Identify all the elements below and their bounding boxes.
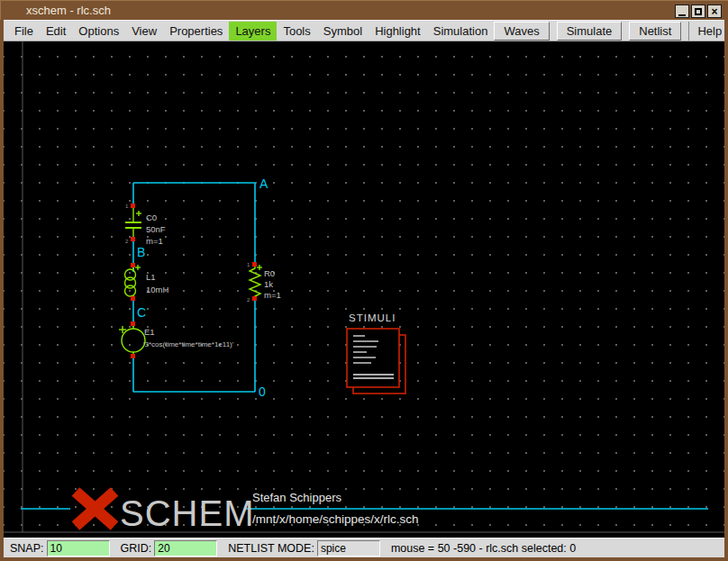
footer-logo: SCHEM Stefan Schippers /mnt/x/home/schip… — [21, 491, 708, 533]
pin-number: 2 — [247, 297, 250, 303]
menu-symbol[interactable]: Symbol — [317, 22, 369, 41]
menu-layers[interactable]: Layers — [229, 22, 277, 41]
menu-highlight[interactable]: Highlight — [369, 22, 427, 41]
pin-number: 1 — [125, 204, 129, 209]
pin-square — [252, 262, 257, 267]
grid-label: GRID: — [121, 542, 152, 555]
menu-file[interactable]: File — [8, 22, 40, 41]
help-menu[interactable]: Help — [688, 22, 728, 41]
waves-button[interactable]: Waves — [494, 22, 549, 41]
stimuli-component[interactable]: STIMULI — [347, 312, 405, 394]
node-label-c[interactable]: C — [137, 305, 146, 320]
pin-square — [131, 263, 135, 267]
node-label-a[interactable]: A — [259, 176, 268, 191]
grid-input[interactable] — [154, 540, 217, 556]
close-icon: × — [711, 6, 717, 17]
close-button[interactable]: × — [707, 5, 722, 18]
capacitor-symbol[interactable]: 1 2 C0 50nF m=1 — [125, 204, 166, 246]
schematic-canvas[interactable]: A B C 0 1 2 C0 — [4, 41, 724, 538]
menu-properties[interactable]: Properties — [163, 22, 229, 41]
inductor-value: 10mH — [146, 285, 168, 294]
xschem-window: xschem - rlc.sch × File Edit Options Vie… — [0, 0, 728, 561]
maximize-button[interactable] — [691, 5, 705, 18]
voltage-source-symbol[interactable]: E1 '3*cos(time*time*time*1e11)' — [119, 321, 234, 358]
pin-square — [131, 237, 135, 241]
pin-square — [131, 321, 135, 326]
simulate-button[interactable]: Simulate — [557, 22, 623, 41]
capacitor-mult: m=1 — [146, 236, 163, 246]
netlist-button[interactable]: Netlist — [629, 22, 681, 41]
pin-number: 1 — [247, 262, 250, 267]
window-title: xschem - rlc.sch — [26, 4, 111, 17]
menu-simulation[interactable]: Simulation — [427, 22, 495, 41]
minimize-button[interactable] — [675, 5, 689, 18]
xschem-logo-text: SCHEM — [120, 493, 254, 533]
statusbar: SNAP: GRID: NETLIST MODE: mouse = 50 -59… — [4, 538, 724, 557]
schematic-drawing: A B C 0 1 2 C0 — [4, 41, 724, 538]
inductor-symbol[interactable]: L1 10mH — [125, 263, 169, 301]
file-path-text: /mnt/x/home/schippes/x/rlc.sch — [252, 512, 419, 526]
capacitor-name: C0 — [146, 213, 157, 222]
menu-edit[interactable]: Edit — [40, 22, 72, 41]
resistor-mult: m=1 — [264, 290, 281, 300]
netlist-mode-label: NETLIST MODE: — [228, 542, 314, 555]
inductor-name: L1 — [146, 272, 156, 282]
snap-input[interactable] — [47, 540, 110, 556]
mouse-status-text: mouse = 50 -590 - rlc.sch selected: 0 — [391, 542, 576, 555]
maximize-icon — [695, 8, 702, 15]
xschem-x-logo — [76, 492, 114, 526]
node-label-b[interactable]: B — [137, 245, 145, 259]
author-text: Stefan Schippers — [252, 491, 342, 504]
snap-label: SNAP: — [10, 542, 44, 555]
menubar: File Edit Options View Properties Layers… — [4, 20, 724, 41]
resistor-value: 1k — [264, 279, 273, 289]
window-controls: × — [675, 5, 722, 18]
resistor-symbol[interactable]: 1 2 R0 1k m=1 — [247, 262, 281, 303]
source-name: E1 — [144, 327, 155, 337]
menu-tools[interactable]: Tools — [277, 22, 316, 41]
netlist-mode-input[interactable] — [317, 540, 380, 556]
capacitor-value: 50nF — [146, 224, 166, 234]
pin-square — [131, 296, 135, 301]
pin-number: 2 — [125, 239, 129, 244]
menu-view[interactable]: View — [125, 22, 163, 41]
source-value: '3*cos(time*time*time*1e11)' — [143, 340, 234, 348]
pin-square — [131, 204, 135, 208]
menu-options[interactable]: Options — [72, 22, 125, 41]
minimize-icon — [678, 14, 686, 16]
pin-square — [252, 296, 257, 301]
canvas-axes — [4, 41, 724, 532]
titlebar[interactable]: xschem - rlc.sch × — [0, 0, 728, 20]
pin-square — [131, 354, 135, 358]
resistor-name: R0 — [264, 268, 275, 278]
node-label-gnd[interactable]: 0 — [259, 385, 266, 399]
stimuli-label: STIMULI — [349, 312, 396, 323]
